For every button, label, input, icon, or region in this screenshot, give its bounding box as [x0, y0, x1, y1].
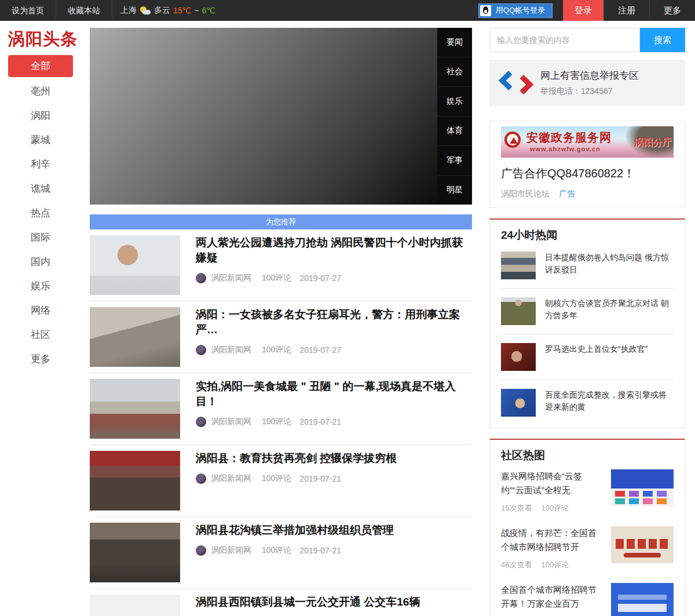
ad-banner[interactable]: 安徽政务服务网 www.ahzwfw.gov.cn 涡阳分厅 — [501, 126, 674, 158]
temp-tilde: ~ — [194, 6, 199, 15]
news-item[interactable]: 涡阳县：教育扶贫再亮剑 控辍保学拔穷根 涡阳新闻网 100评论 2019-07-… — [90, 445, 472, 517]
news-item[interactable]: 涡阳县花沟镇三举措加强村级组织员管理 涡阳新闻网 100评论 2019-07-2… — [90, 517, 472, 589]
temp-low: 6℃ — [202, 6, 215, 15]
news-item[interactable]: 涡阳县西阳镇到县城一元公交开通 公交车16辆 — [90, 589, 472, 616]
news-comments[interactable]: 100评论 — [262, 417, 291, 427]
hot24-item[interactable]: 罗马选出史上首位女“执政官” — [501, 334, 674, 380]
community-thumbnail[interactable] — [611, 526, 674, 563]
news-source: 涡阳新闻网 — [211, 473, 251, 484]
sidebar-item-qiaocheng[interactable]: 谯城 — [0, 177, 81, 201]
report-diamond-arrows-icon — [499, 66, 532, 100]
hot24-thumbnail[interactable] — [501, 343, 536, 371]
weather-condition: 多云 — [154, 5, 170, 16]
community-item[interactable]: 战疫情，有邦芒：全国首个城市网络招聘节开 46次查看 100评论 — [501, 520, 674, 577]
hot24-item-title[interactable]: 罗马选出史上首位女“执政官” — [545, 343, 648, 371]
news-thumbnail[interactable] — [90, 235, 180, 295]
hot24-item-title[interactable]: 百度全面完成整改，搜索引擎或将迎来新的黄 — [545, 389, 674, 417]
news-title[interactable]: 涡阳：一女孩被多名女子狂扇耳光，警方：用刑事立案严… — [196, 307, 472, 337]
hot24-item[interactable]: 百度全面完成整改，搜索引擎或将迎来新的黄 — [501, 380, 674, 425]
community-thumbnail[interactable] — [611, 469, 674, 506]
news-thumbnail[interactable] — [90, 595, 180, 616]
sidebar-item-international[interactable]: 国际 — [0, 225, 81, 250]
news-comments[interactable]: 100评论 — [262, 473, 291, 484]
hero-carousel[interactable]: 要闻 社会 娱乐 体育 军事 明星 — [90, 28, 472, 205]
news-comments[interactable]: 100评论 — [262, 273, 291, 283]
qq-login-button[interactable]: 用QQ帐号登录 — [478, 3, 553, 18]
search-button[interactable]: 搜索 — [640, 28, 685, 52]
login-button[interactable]: 登录 — [563, 0, 603, 21]
carousel-tab-society[interactable]: 社会 — [437, 57, 472, 87]
hot24-thumbnail[interactable] — [501, 297, 536, 325]
hot24-item-title[interactable]: 朝核六方会谈官员齐聚北京对话 朝方曾多年 — [545, 297, 674, 325]
sidebar-item-hot[interactable]: 热点 — [0, 201, 81, 225]
favorite-link[interactable]: 收藏本站 — [56, 0, 112, 21]
news-comments[interactable]: 100评论 — [262, 545, 291, 556]
carousel-tab-headlines[interactable]: 要闻 — [437, 28, 472, 57]
carousel-tab-entertainment[interactable]: 娱乐 — [437, 87, 472, 116]
news-thumbnail[interactable] — [90, 307, 180, 367]
ad-banner-branch: 涡阳分厅 — [634, 137, 671, 149]
carousel-tab-military[interactable]: 军事 — [437, 146, 472, 176]
ad-banner-title: 安徽政务服务网 — [526, 130, 612, 145]
sidebar-item-community[interactable]: 社区 — [0, 323, 81, 347]
harmful-info-report-panel[interactable]: 网上有害信息举报专区 举报电话：1234567 — [489, 60, 685, 106]
sidebar-item-more[interactable]: 更多 — [0, 347, 81, 371]
news-thumbnail[interactable] — [90, 379, 180, 439]
community-item[interactable]: 全国首个城市网络招聘节开幕！万家企业百万 63次查看 100评论 — [501, 577, 674, 616]
sidebar-item-domestic[interactable]: 国内 — [0, 250, 81, 274]
search-input[interactable] — [489, 28, 640, 52]
hot24-item[interactable]: 日本提醒俄勿卷入钓岛问题 俄方惊讶反驳日 — [501, 243, 674, 289]
news-date: 2019-07-27 — [299, 274, 341, 283]
source-avatar-icon — [196, 345, 206, 355]
set-home-link[interactable]: 设为首页 — [0, 0, 56, 21]
source-avatar-icon — [196, 417, 206, 427]
report-title: 网上有害信息举报专区 — [540, 69, 639, 82]
search-bar: 搜索 — [489, 28, 685, 52]
qq-penguin-icon — [480, 5, 491, 16]
news-title[interactable]: 两人紫光公园遭遇持刀抢劫 涡阳民警四十个小时内抓获嫌疑 — [196, 235, 472, 265]
news-title[interactable]: 涡阳县：教育扶贫再亮剑 控辍保学拔穷根 — [196, 451, 472, 466]
community-item-title[interactable]: 战疫情，有邦芒：全国首个城市网络招聘节开 — [501, 526, 604, 554]
ad-cooperation-text[interactable]: 广告合作QQ847860822！ — [501, 166, 674, 181]
news-item[interactable]: 实拍,涡阳一美食城最 " 丑陋 " 的一幕,现场真是不堪入目！ 涡阳新闻网 10… — [90, 373, 472, 445]
temp-high: 15℃ — [173, 6, 191, 15]
source-avatar-icon — [196, 545, 206, 556]
sidebar-item-all[interactable]: 全部 — [8, 55, 73, 77]
sidebar-item-network[interactable]: 网络 — [0, 298, 81, 323]
news-title[interactable]: 实拍,涡阳一美食城最 " 丑陋 " 的一幕,现场真是不堪入目！ — [196, 379, 472, 409]
news-date: 2019-07-21 — [299, 417, 341, 427]
hot24-thumbnail[interactable] — [501, 389, 536, 417]
sidebar-item-guoyang[interactable]: 涡阳 — [0, 104, 81, 128]
news-title[interactable]: 涡阳县花沟镇三举措加强村级组织员管理 — [196, 523, 472, 538]
carousel-tab-stars[interactable]: 明星 — [437, 176, 472, 205]
news-thumbnail[interactable] — [90, 451, 180, 511]
site-logo[interactable]: 涡阳头条 — [8, 28, 83, 51]
community-views: 46次查看 — [501, 560, 532, 570]
sidebar-item-lixin[interactable]: 利辛 — [0, 152, 81, 177]
news-title[interactable]: 涡阳县西阳镇到县城一元公交开通 公交车16辆 — [196, 595, 472, 610]
carousel-tab-strip: 要闻 社会 娱乐 体育 军事 明星 — [437, 28, 472, 205]
weather-city: 上海 — [120, 5, 137, 16]
news-item[interactable]: 两人紫光公园遭遇持刀抢劫 涡阳民警四十个小时内抓获嫌疑 涡阳新闻网 100评论 … — [90, 229, 472, 301]
source-avatar-icon — [196, 473, 206, 484]
register-button[interactable]: 注册 — [603, 0, 649, 21]
report-phone: 举报电话：1234567 — [540, 86, 639, 97]
hot24-thumbnail[interactable] — [501, 251, 536, 279]
news-list: 两人紫光公园遭遇持刀抢劫 涡阳民警四十个小时内抓获嫌疑 涡阳新闻网 100评论 … — [90, 229, 472, 616]
sidebar-item-entertainment[interactable]: 娱乐 — [0, 274, 81, 298]
community-item-title[interactable]: 嘉兴网络招聘会“云签约”“云面试”全程无 — [501, 469, 604, 497]
community-item[interactable]: 嘉兴网络招聘会“云签约”“云面试”全程无 15次查看 100评论 — [501, 463, 674, 520]
carousel-tab-sports[interactable]: 体育 — [437, 116, 472, 146]
sidebar-item-mengcheng[interactable]: 蒙城 — [0, 128, 81, 152]
sidebar-item-bozhou[interactable]: 亳州 — [0, 79, 81, 104]
more-button[interactable]: 更多 — [649, 0, 695, 21]
hot24-item-title[interactable]: 日本提醒俄勿卷入钓岛问题 俄方惊讶反驳日 — [545, 251, 674, 279]
hot24-item[interactable]: 朝核六方会谈官员齐聚北京对话 朝方曾多年 — [501, 289, 674, 334]
community-item-title[interactable]: 全国首个城市网络招聘节开幕！万家企业百万 — [501, 583, 604, 611]
news-comments[interactable]: 100评论 — [262, 345, 291, 355]
news-source: 涡阳新闻网 — [211, 545, 251, 556]
community-thumbnail[interactable] — [611, 583, 674, 616]
ad-tag-link[interactable]: 广告 — [559, 189, 575, 199]
news-item[interactable]: 涡阳：一女孩被多名女子狂扇耳光，警方：用刑事立案严… 涡阳新闻网 100评论 2… — [90, 301, 472, 373]
news-thumbnail[interactable] — [90, 523, 180, 582]
